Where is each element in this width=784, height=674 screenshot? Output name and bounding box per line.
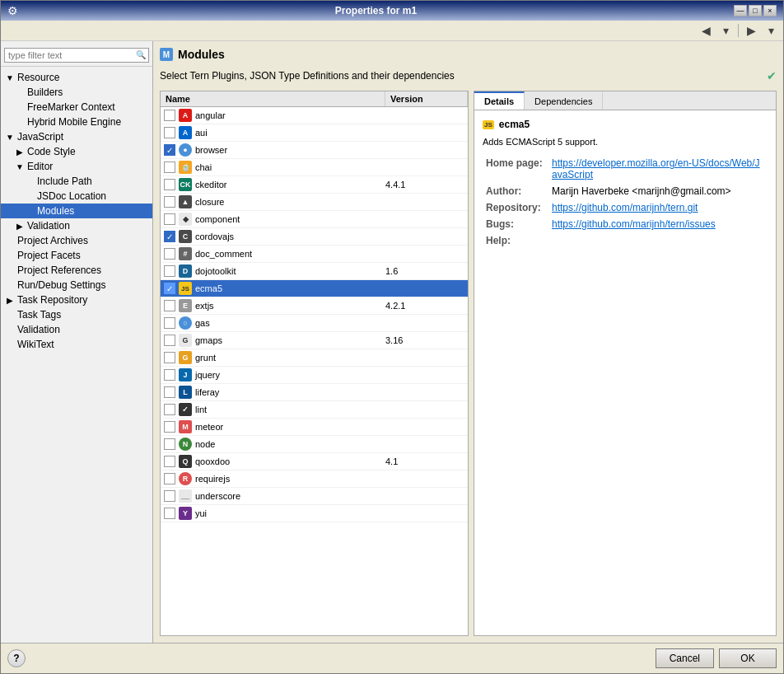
back-button[interactable]: ◀ bbox=[697, 22, 715, 39]
module-row-node[interactable]: N node bbox=[161, 436, 468, 453]
ok-button[interactable]: OK bbox=[719, 648, 777, 668]
sidebar-item-jsdoc[interactable]: JSDoc Location bbox=[1, 189, 152, 204]
sidebar-item-rundebug[interactable]: Run/Debug Settings bbox=[1, 278, 152, 293]
sidebar-item-projectfacets[interactable]: Project Facets bbox=[1, 248, 152, 263]
sidebar-item-hybrid[interactable]: Hybrid Mobile Engine bbox=[1, 115, 152, 129]
sidebar-item-taskrepository[interactable]: ▶ Task Repository bbox=[1, 293, 152, 307]
module-checkbox-cordovajs[interactable]: ✓ bbox=[164, 231, 175, 242]
sidebar-item-wikitext[interactable]: WikiText bbox=[1, 337, 152, 352]
module-icon-qooxdoo: Q bbox=[179, 455, 192, 468]
module-row-jquery[interactable]: J jquery bbox=[161, 367, 468, 384]
sidebar-item-validation2[interactable]: Validation bbox=[1, 322, 152, 337]
module-checkbox-extjs[interactable] bbox=[164, 300, 175, 311]
leaf-icon bbox=[4, 309, 16, 321]
homepage-link[interactable]: https://developer.mozilla.org/en-US/docs… bbox=[552, 157, 760, 180]
module-row-browser[interactable]: ✓ ● browser bbox=[161, 142, 468, 159]
filter-input[interactable] bbox=[4, 48, 149, 63]
configure-icon[interactable]: ✔ bbox=[767, 69, 777, 82]
dialog-buttons: Cancel OK bbox=[656, 648, 777, 668]
module-row-chai[interactable]: 🍵 chai bbox=[161, 159, 468, 176]
module-row-aui[interactable]: A aui bbox=[161, 124, 468, 142]
split-panel: Name Version A angular bbox=[160, 91, 777, 636]
module-row-requirejs[interactable]: R requirejs bbox=[161, 470, 468, 488]
bugs-link[interactable]: https://github.com/marijnh/tern/issues bbox=[552, 218, 716, 230]
module-name-browser: browser bbox=[195, 145, 382, 155]
sidebar-item-projectarchives[interactable]: Project Archives bbox=[1, 233, 152, 248]
module-checkbox-dojotoolkit[interactable] bbox=[164, 265, 175, 277]
repository-link[interactable]: https://github.com/marijnh/tern.git bbox=[552, 202, 698, 213]
module-row-component[interactable]: ◆ component bbox=[161, 211, 468, 228]
module-checkbox-underscore[interactable] bbox=[164, 490, 175, 502]
close-button[interactable]: × bbox=[763, 5, 777, 16]
module-checkbox-meteor[interactable] bbox=[164, 421, 175, 433]
module-checkbox-ecma5[interactable]: ✓ bbox=[164, 283, 175, 294]
module-checkbox-grunt[interactable] bbox=[164, 352, 175, 363]
module-checkbox-aui[interactable] bbox=[164, 127, 175, 138]
module-checkbox-chai[interactable] bbox=[164, 161, 175, 173]
module-row-dojotoolkit[interactable]: D dojotoolkit 1.6 bbox=[161, 263, 468, 280]
sidebar-item-freemarker[interactable]: FreeMarker Context bbox=[1, 100, 152, 115]
module-row-extjs[interactable]: E extjs 4.2.1 bbox=[161, 297, 468, 315]
sidebar-item-editor[interactable]: ▼ Editor bbox=[1, 159, 152, 174]
sidebar-item-codestyle[interactable]: ▶ Code Style bbox=[1, 144, 152, 159]
module-checkbox-liferay[interactable] bbox=[164, 386, 175, 398]
module-row-gas[interactable]: ○ gas bbox=[161, 315, 468, 332]
sidebar-item-modules[interactable]: Modules bbox=[1, 204, 152, 218]
module-row-liferay[interactable]: L liferay bbox=[161, 384, 468, 401]
nav-toolbar: ◀ ▾ ▶ ▾ bbox=[1, 21, 783, 41]
module-row-lint[interactable]: ✓ lint bbox=[161, 401, 468, 419]
sidebar-item-resource[interactable]: ▼ Resource bbox=[1, 70, 152, 85]
module-checkbox-gmaps[interactable] bbox=[164, 335, 175, 346]
module-checkbox-component[interactable] bbox=[164, 213, 175, 225]
module-row-yui[interactable]: Y yui bbox=[161, 505, 468, 522]
sidebar-item-validation-js[interactable]: ▶ Validation bbox=[1, 218, 152, 233]
maximize-button[interactable]: □ bbox=[749, 5, 762, 16]
module-checkbox-node[interactable] bbox=[164, 438, 175, 450]
tab-dependencies[interactable]: Dependencies bbox=[525, 91, 603, 110]
module-checkbox-ckeditor[interactable] bbox=[164, 179, 175, 190]
module-checkbox-yui[interactable] bbox=[164, 508, 175, 519]
module-row-gmaps[interactable]: G gmaps 3.16 bbox=[161, 332, 468, 349]
module-row-angular[interactable]: A angular bbox=[161, 107, 468, 124]
forward-dropdown[interactable]: ▾ bbox=[762, 22, 780, 39]
bottom-bar: ? Cancel OK bbox=[1, 643, 783, 673]
module-name-cordovajs: cordovajs bbox=[195, 232, 382, 241]
module-icon-yui: Y bbox=[179, 507, 192, 520]
sidebar-item-tasktags[interactable]: Task Tags bbox=[1, 307, 152, 322]
module-row-closure[interactable]: ▲ closure bbox=[161, 194, 468, 211]
module-checkbox-angular[interactable] bbox=[164, 110, 175, 121]
forward-button[interactable]: ▶ bbox=[742, 22, 760, 39]
module-row-grunt[interactable]: G grunt bbox=[161, 349, 468, 367]
module-checkbox-requirejs[interactable] bbox=[164, 473, 175, 484]
module-checkbox-jquery[interactable] bbox=[164, 369, 175, 381]
sidebar-item-label: FreeMarker Context bbox=[27, 101, 115, 113]
cancel-button[interactable]: Cancel bbox=[656, 648, 714, 668]
module-row-ckeditor[interactable]: CK ckeditor 4.4.1 bbox=[161, 176, 468, 194]
module-row-ecma5[interactable]: ✓ JS ecma5 bbox=[161, 280, 468, 297]
module-row-qooxdoo[interactable]: Q qooxdoo 4.1 bbox=[161, 453, 468, 470]
module-checkbox-browser[interactable]: ✓ bbox=[164, 144, 175, 156]
tab-details[interactable]: Details bbox=[474, 91, 525, 110]
module-row-meteor[interactable]: M meteor bbox=[161, 419, 468, 436]
module-row-underscore[interactable]: __ underscore bbox=[161, 488, 468, 505]
module-checkbox-doc_comment[interactable] bbox=[164, 248, 175, 260]
module-row-doc_comment[interactable]: # doc_comment bbox=[161, 246, 468, 263]
module-checkbox-gas[interactable] bbox=[164, 317, 175, 329]
module-name-chai: chai bbox=[195, 162, 382, 172]
detail-tabs: Details Dependencies bbox=[474, 91, 776, 110]
sidebar-item-label: Task Tags bbox=[17, 309, 61, 321]
sidebar-item-projectrefs[interactable]: Project References bbox=[1, 263, 152, 278]
module-checkbox-qooxdoo[interactable] bbox=[164, 456, 175, 467]
module-row-cordovajs[interactable]: ✓ C cordovajs bbox=[161, 228, 468, 246]
module-name-lint: lint bbox=[195, 405, 382, 414]
sidebar-item-label: Code Style bbox=[27, 146, 76, 157]
sidebar-item-builders[interactable]: Builders bbox=[1, 85, 152, 100]
help-button[interactable]: ? bbox=[7, 649, 26, 667]
sidebar-item-includepath[interactable]: Include Path bbox=[1, 174, 152, 189]
back-dropdown[interactable]: ▾ bbox=[716, 22, 735, 39]
module-checkbox-closure[interactable] bbox=[164, 196, 175, 208]
module-checkbox-lint[interactable] bbox=[164, 404, 175, 415]
sidebar-item-javascript[interactable]: ▼ JavaScript bbox=[1, 129, 152, 144]
sidebar-item-label: Task Repository bbox=[17, 294, 87, 306]
minimize-button[interactable]: — bbox=[734, 5, 747, 16]
